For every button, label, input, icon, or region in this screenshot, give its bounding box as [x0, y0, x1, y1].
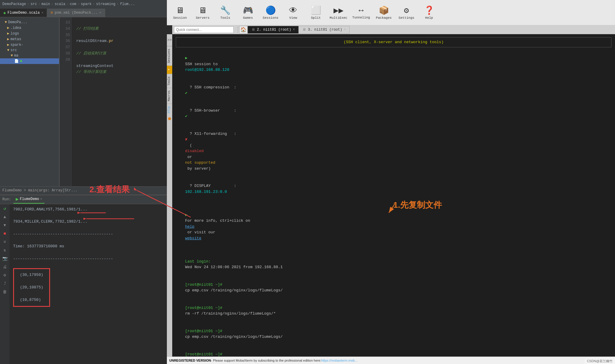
tree-src[interactable]: ▼ src: [0, 48, 59, 53]
results-box: (30,17950) (20,10875) (10,8750): [13, 268, 50, 307]
run-gear-btn[interactable]: ⚙: [1, 272, 8, 279]
breadcrumb-item-6[interactable]: spark: [81, 2, 91, 6]
results-group: (30,17950) (20,10875) (10,8750): [13, 268, 50, 307]
run-delete-btn[interactable]: 🗑: [1, 289, 8, 296]
run-wrap-btn[interactable]: ≡: [1, 239, 8, 246]
terminal-last-login: Last login: Wed Nov 24 12:08:06 2021 fro…: [176, 253, 611, 276]
run-tab-flumedemo[interactable]: ▶ FlumeDemo ×: [13, 195, 44, 204]
tree-root[interactable]: ▼ DemoPa...: [0, 20, 59, 25]
toolbar-split-btn[interactable]: ⬜ Split: [306, 4, 326, 21]
tree-ma[interactable]: ▼ ma: [0, 53, 59, 58]
terminal-line-browser: ? SSH-browser : ✔: [176, 102, 611, 125]
breadcrumb-item-4[interactable]: scala: [55, 2, 65, 6]
run-content: ↺ ▲ ▼ ■ ≡ ⇅ 📷 🖨 ⚙ ⤴ 🗑 7902,FORD,ANALYST,…: [0, 204, 167, 364]
home-tab-btn[interactable]: 🏠: [239, 26, 248, 34]
run-sidebar: ↺ ▲ ▼ ■ ≡ ⇅ 📷 🖨 ⚙ ⤴ 🗑: [0, 204, 10, 364]
toolbar-multiexec-btn[interactable]: ▶▶ MultiExec: [328, 4, 349, 21]
side-tab-sftp[interactable]: Sftp: [167, 104, 172, 116]
side-expand-btn[interactable]: >>: [167, 34, 172, 46]
side-orange-dot[interactable]: [167, 116, 172, 122]
side-tab-sessions[interactable]: Sessions: [167, 46, 172, 65]
file-tree: ▼ DemoPa... ▶ .idea ▶ logs ▶ metas ▶ spa…: [0, 17, 60, 186]
terminal-cmd-2: [root@niit01 ~]# rm -rf /training/nginx/…: [176, 299, 611, 322]
toolbar-session-btn[interactable]: 🖥 Session: [170, 4, 190, 21]
toolbar-help-btn[interactable]: ❓ Help: [419, 4, 439, 21]
svg-line-3: [389, 204, 395, 213]
run-restart-btn[interactable]: ↺: [1, 205, 8, 213]
run-print-btn[interactable]: 🖨: [1, 264, 8, 271]
tab-row: 🏠 🖥 2. niit01 (root) × 🖥 3. niit01 (root…: [172, 25, 615, 34]
terminal-cmd-4: [root@niit01 ~]# cd /training/nginx/logs…: [176, 346, 611, 357]
run-down-btn[interactable]: ▼: [1, 222, 8, 229]
breadcrumb-item-7[interactable]: streaming: [96, 2, 116, 6]
terminal-cmd-3: [root@niit01 ~]# cp emp.csv /training/ng…: [176, 322, 611, 346]
toolbar-games-btn[interactable]: 🎮 Games: [238, 4, 258, 21]
terminal-line-compression: ? SSH compression : ✔: [176, 79, 611, 102]
svg-line-7: [137, 190, 191, 217]
arrow-result-left: [83, 214, 137, 223]
quick-connect-input[interactable]: [174, 26, 234, 33]
terminal-line-display: ? DISPLAY : 192.168.191.23:0.0: [176, 177, 611, 201]
toolbar-settings-btn[interactable]: ⚙ Settings: [396, 4, 417, 21]
breadcrumb-item-1[interactable]: DemoPackage: [2, 2, 26, 6]
run-text-area: 7902,FORD,ANALYST,7566,1981/1... 7934,MI…: [10, 204, 167, 364]
tab-niit01-3[interactable]: 🖥 3. niit01 (root) ×: [299, 26, 350, 34]
editor-area: ▼ DemoPa... ▶ .idea ▶ logs ▶ metas ▶ spa…: [0, 17, 167, 186]
ide-panel: DemoPackage › src › main › scala › com ›…: [0, 0, 167, 364]
annotation-label-view-result: 2.查看结果: [89, 184, 130, 195]
welcome-box: (SSH client, X-server and networking too…: [176, 37, 611, 47]
breadcrumb-item-5[interactable]: com: [70, 2, 76, 6]
breadcrumb-item-3[interactable]: main: [41, 2, 50, 6]
tab-pom-xml[interactable]: m pom.xml (DemoPack... ×: [47, 9, 105, 17]
toolbar-servers-btn[interactable]: 🖥 Servers: [192, 4, 213, 21]
terminal-line-x11: ? X11-forwarding : ✘ ( disabled or not s…: [176, 125, 611, 177]
ide-tabs: ◉ FlumeDemo.scala × m pom.xml (DemoPack.…: [0, 8, 167, 17]
mobaxterm-toolbar: 🖥 Session 🖥 Servers 🔧 Tools 🎮 Games 🔵 Se…: [167, 0, 615, 25]
toolbar-view-btn[interactable]: 👁 View: [283, 4, 303, 21]
tree-metas[interactable]: ▶ metas: [0, 36, 59, 42]
tab-niit01-2[interactable]: 🖥 2. niit01 (root) ×: [248, 26, 299, 34]
tree-idea[interactable]: ▶ .idea: [0, 25, 59, 31]
toolbar-sessions-btn[interactable]: 🔵 Sessions: [260, 4, 281, 21]
toolbar-tools-btn[interactable]: 🔧 Tools: [215, 4, 235, 21]
tree-logs[interactable]: ▶ logs: [0, 31, 59, 36]
status-bar: UNREGISTERED VERSION - Please support Mo…: [167, 357, 615, 364]
terminal-line-ssh: ► SSH session to root@192.168.88.128: [176, 50, 611, 79]
code-content[interactable]: // 打印结果 resultDStream.pr // 启动实时计算 strea…: [72, 17, 167, 186]
terminal-area[interactable]: (SSH client, X-server and networking too…: [172, 34, 615, 357]
arrow-cross: [134, 185, 194, 223]
terminal-cmd-1: [root@niit01 ~]# cp emp.csv /training/ng…: [176, 276, 611, 299]
run-camera-btn[interactable]: 📷: [1, 255, 8, 263]
side-tab-starred[interactable]: ★: [167, 65, 172, 74]
breadcrumb-item-2[interactable]: src: [30, 2, 37, 6]
csdn-watermark: CSDN@若兰幽竹: [585, 358, 615, 364]
run-sort-btn[interactable]: ⇅: [1, 247, 8, 254]
line-numbers: 33 34 35 36 37 38 39: [60, 17, 72, 186]
tree-spark[interactable]: ▶ spark-: [0, 42, 59, 48]
run-up-btn[interactable]: ▲: [1, 214, 8, 221]
code-editor: 33 34 35 36 37 38 39 // 打印结果 resultDStre…: [60, 17, 167, 186]
annotation-copy-file: 1.先复制文件: [393, 199, 442, 211]
tab-flume-demo[interactable]: ◉ FlumeDemo.scala ×: [0, 9, 47, 17]
side-tab-macros[interactable]: Macros: [167, 88, 172, 104]
breadcrumb-item-8[interactable]: flum...: [120, 2, 135, 6]
toolbar-tunneling-btn[interactable]: ↔ Tunneling: [351, 5, 371, 21]
breadcrumb: DemoPackage › src › main › scala › com ›…: [0, 0, 167, 8]
side-tab-tools[interactable]: Tools: [167, 74, 172, 88]
run-arrow-btn[interactable]: ⤴: [1, 280, 8, 288]
toolbar-packages-btn[interactable]: 📦 Packages: [374, 4, 394, 21]
run-stop-btn[interactable]: ■: [1, 230, 8, 238]
tree-file[interactable]: 📄 ■: [0, 58, 59, 64]
arrow-to-cmd: [387, 202, 396, 214]
